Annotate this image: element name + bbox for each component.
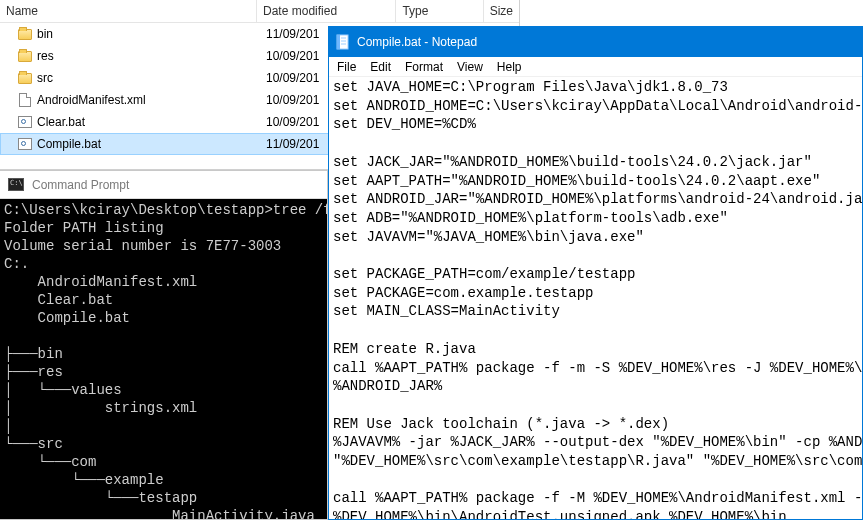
- file-name: res: [37, 49, 266, 63]
- file-name: AndroidManifest.xml: [37, 93, 266, 107]
- explorer-columns-header: Name Date modified Type Size: [0, 0, 519, 23]
- folder-icon: [16, 48, 34, 64]
- col-name[interactable]: Name: [0, 0, 257, 22]
- file-name: src: [37, 71, 266, 85]
- folder-icon: [16, 70, 34, 86]
- bat-file-icon: [16, 114, 34, 130]
- file-icon: [16, 92, 34, 108]
- col-size[interactable]: Size: [484, 0, 519, 22]
- command-prompt-title: Command Prompt: [32, 178, 129, 192]
- col-type[interactable]: Type: [396, 0, 483, 22]
- menu-edit[interactable]: Edit: [370, 60, 391, 74]
- menu-help[interactable]: Help: [497, 60, 522, 74]
- menu-view[interactable]: View: [457, 60, 483, 74]
- col-date[interactable]: Date modified: [257, 0, 396, 22]
- notepad-window: Compile.bat - Notepad File Edit Format V…: [328, 26, 863, 520]
- command-prompt-body[interactable]: C:\Users\kciray\Desktop\testapp>tree /f …: [0, 199, 327, 519]
- notepad-icon: [335, 34, 351, 50]
- command-prompt-window: Command Prompt C:\Users\kciray\Desktop\t…: [0, 170, 328, 520]
- svg-rect-1: [337, 35, 340, 49]
- notepad-title: Compile.bat - Notepad: [357, 35, 477, 49]
- command-prompt-titlebar[interactable]: Command Prompt: [0, 171, 327, 199]
- file-name: Compile.bat: [37, 137, 266, 151]
- notepad-text-area[interactable]: set JAVA_HOME=C:\Program Files\Java\jdk1…: [329, 77, 862, 519]
- notepad-menubar: File Edit Format View Help: [329, 57, 862, 77]
- menu-file[interactable]: File: [337, 60, 356, 74]
- bat-file-icon: [16, 136, 34, 152]
- menu-format[interactable]: Format: [405, 60, 443, 74]
- command-prompt-icon: [8, 178, 24, 191]
- file-name: Clear.bat: [37, 115, 266, 129]
- folder-icon: [16, 26, 34, 42]
- notepad-titlebar[interactable]: Compile.bat - Notepad: [329, 27, 862, 57]
- file-name: bin: [37, 27, 266, 41]
